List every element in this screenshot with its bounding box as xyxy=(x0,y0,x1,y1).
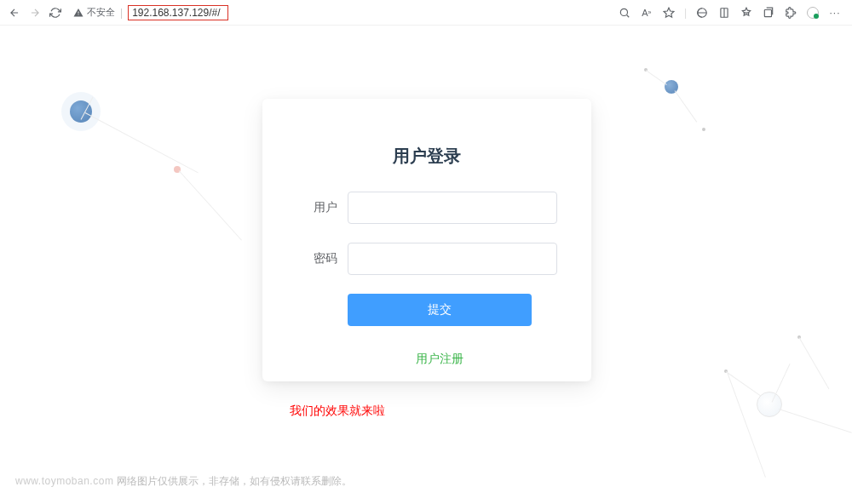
zoom-icon[interactable] xyxy=(618,6,631,20)
profile-icon[interactable] xyxy=(806,6,820,20)
url-text[interactable]: 192.168.137.129/#/ xyxy=(128,5,227,20)
register-link[interactable]: 用户注册 xyxy=(348,352,532,367)
login-title: 用户登录 xyxy=(296,145,557,168)
user-row: 用户 xyxy=(296,192,557,224)
extensions-icon[interactable] xyxy=(784,6,797,20)
bg-line xyxy=(728,373,766,478)
password-row: 密码 xyxy=(296,243,557,275)
toolbar-separator: | xyxy=(684,7,687,19)
shield-icon[interactable] xyxy=(695,6,709,20)
book-icon[interactable] xyxy=(717,6,731,20)
browser-toolbar: 不安全 | 192.168.137.129/#/ A» | ··· xyxy=(0,0,852,26)
bg-dot xyxy=(702,128,705,131)
address-divider: | xyxy=(120,7,123,19)
bg-line xyxy=(779,409,852,433)
submit-button[interactable]: 提交 xyxy=(348,294,532,326)
back-button[interactable] xyxy=(7,5,22,20)
login-card: 用户登录 用户 密码 提交 用户注册 xyxy=(262,99,591,381)
footer-watermark: www.toymoban.com 网络图片仅供展示，非存储，如有侵权请联系删除。 xyxy=(15,474,352,489)
reload-button[interactable] xyxy=(48,5,63,20)
user-input[interactable] xyxy=(348,192,557,224)
address-bar[interactable]: 不安全 | 192.168.137.129/#/ xyxy=(73,5,228,20)
bg-line xyxy=(646,70,667,85)
bg-line xyxy=(85,112,199,173)
toolbar-right: A» | ··· xyxy=(618,6,845,20)
favorites-icon[interactable] xyxy=(740,6,753,20)
bg-line xyxy=(675,90,698,122)
star-icon[interactable] xyxy=(662,6,676,20)
footer-domain: www.toymoban.com xyxy=(15,475,113,487)
bg-line xyxy=(179,170,242,240)
svg-point-0 xyxy=(620,9,627,15)
password-input[interactable] xyxy=(348,243,557,275)
bg-line xyxy=(772,364,791,403)
bg-line xyxy=(799,337,830,389)
insecure-label: 不安全 xyxy=(87,6,115,19)
footer-note: 网络图片仅供展示，非存储，如有侵权请联系删除。 xyxy=(117,475,352,487)
user-label: 用户 xyxy=(296,200,348,215)
read-aloud-icon[interactable]: A» xyxy=(640,6,653,20)
more-icon[interactable]: ··· xyxy=(828,6,842,20)
actions: 提交 用户注册 xyxy=(296,294,557,367)
result-caption: 我们的效果就来啦 xyxy=(290,404,385,419)
password-label: 密码 xyxy=(296,251,348,266)
svg-rect-3 xyxy=(764,9,771,16)
forward-button[interactable] xyxy=(27,5,43,20)
collections-icon[interactable] xyxy=(762,6,775,20)
insecure-indicator: 不安全 xyxy=(73,6,115,19)
